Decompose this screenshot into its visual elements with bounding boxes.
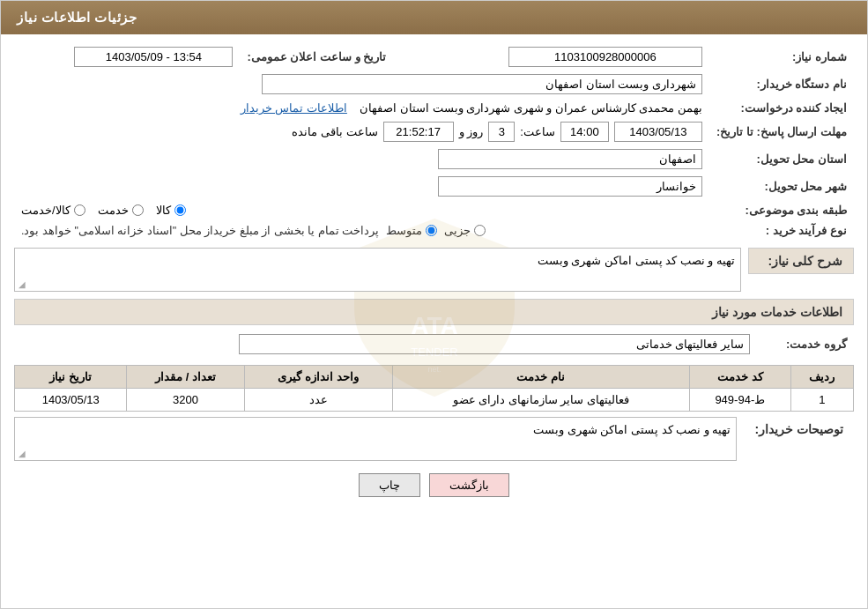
page-title: جزئیات اطلاعات نیاز bbox=[17, 10, 137, 25]
province-label: استان محل تحویل: bbox=[709, 145, 854, 173]
category-cell: کالا/خدمت خدمت کالا bbox=[14, 200, 709, 220]
date-time-cell: 1403/05/09 - 13:54 bbox=[14, 43, 240, 71]
row-unit: عدد bbox=[244, 389, 392, 412]
category-label: طبقه بندی موضوعی: bbox=[709, 200, 854, 220]
reply-time-label: ساعت: bbox=[520, 125, 555, 138]
reply-date-value: 1403/05/13 bbox=[614, 122, 702, 142]
need-number-value: 1103100928000006 bbox=[508, 47, 702, 67]
category-option-service-goods[interactable]: کالا/خدمت bbox=[21, 204, 85, 217]
city-label: شهر محل تحویل: bbox=[709, 173, 854, 200]
date-time-value: 1403/05/09 - 13:54 bbox=[74, 47, 233, 67]
city-value: خوانسار bbox=[438, 176, 702, 197]
category-radio-group: کالا/خدمت خدمت کالا bbox=[21, 204, 702, 217]
table-header-row: ردیف bbox=[790, 366, 853, 389]
print-button[interactable]: چاپ bbox=[359, 473, 420, 497]
need-number-label: شماره نیاز: bbox=[709, 43, 854, 71]
process-option-medium-label: متوسط bbox=[386, 224, 422, 237]
page-header: جزئیات اطلاعات نیاز bbox=[1, 1, 867, 34]
process-option-partial[interactable]: جزیی bbox=[444, 224, 486, 237]
buyer-org-value: شهرداری وبست استان اصفهان bbox=[262, 74, 702, 94]
reply-time-value: 14:00 bbox=[560, 122, 609, 142]
category-option-goods[interactable]: کالا bbox=[156, 204, 186, 217]
process-note: پرداخت تمام یا بخشی از مبلغ خریداز محل "… bbox=[21, 224, 379, 237]
service-info-title: اطلاعات خدمات مورد نیاز bbox=[14, 299, 854, 325]
buyer-desc-label: توصیحات خریدار: bbox=[744, 417, 854, 442]
buyer-desc-row: توصیحات خریدار: تهیه و نصب کد پستی اماکن… bbox=[14, 417, 854, 461]
table-header-qty: تعداد / مقدار bbox=[127, 366, 244, 389]
need-desc-box: تهیه و نصب کد پستی اماکن شهری وبست ◢ bbox=[14, 248, 741, 292]
buyer-org-cell: شهرداری وبست استان اصفهان bbox=[14, 71, 709, 98]
contact-link[interactable]: اطلاعات تماس خریدار bbox=[241, 101, 347, 115]
button-row: بازگشت چاپ bbox=[14, 473, 854, 497]
process-radio-medium[interactable] bbox=[426, 225, 437, 236]
reply-deadline-cell: ساعت باقی مانده 21:52:17 روز و 3 ساعت: 1… bbox=[14, 118, 709, 145]
process-label: نوع فرآیند خرید : bbox=[709, 220, 854, 241]
buyer-desc-value: تهیه و نصب کد پستی اماکن شهری وبست bbox=[533, 423, 731, 436]
creator-label: ایجاد کننده درخواست: bbox=[709, 98, 854, 118]
back-button[interactable]: بازگشت bbox=[429, 473, 509, 497]
info-table: شماره نیاز: 1103100928000006 تاریخ و ساع… bbox=[14, 43, 854, 241]
need-number-cell: 1103100928000006 bbox=[437, 43, 709, 71]
need-desc-container: تهیه و نصب کد پستی اماکن شهری وبست ◢ bbox=[14, 248, 741, 292]
category-option-service-goods-label: کالا/خدمت bbox=[21, 204, 70, 217]
reply-remaining-value: 21:52:17 bbox=[383, 122, 454, 142]
process-radio-partial[interactable] bbox=[474, 225, 486, 236]
table-header-name: نام خدمت bbox=[392, 366, 689, 389]
reply-days-value: 3 bbox=[488, 122, 515, 142]
creator-value: بهمن محمدی کارشناس عمران و شهری شهرداری … bbox=[360, 101, 702, 115]
table-header-date: تاریخ نیاز bbox=[15, 366, 127, 389]
row-name: فعالیتهای سایر سازمانهای دارای عضو bbox=[392, 389, 689, 412]
category-radio-goods[interactable] bbox=[174, 204, 186, 216]
buyer-desc-container-wrapper: تهیه و نصب کد پستی اماکن شهری وبست ◢ bbox=[14, 417, 737, 461]
reply-deadline-label: مهلت ارسال پاسخ: تا تاریخ: bbox=[709, 118, 854, 145]
buyer-desc-box: تهیه و نصب کد پستی اماکن شهری وبست ◢ bbox=[14, 417, 737, 461]
creator-cell: بهمن محمدی کارشناس عمران و شهری شهرداری … bbox=[14, 98, 709, 118]
process-option-partial-label: جزیی bbox=[444, 224, 471, 237]
services-data-table: ردیف کد خدمت نام خدمت واحد اندازه گیری ت… bbox=[14, 365, 854, 412]
table-row: 1 ط-94-949 فعالیتهای سایر سازمانهای دارا… bbox=[15, 389, 854, 412]
province-value: اصفهان bbox=[438, 149, 702, 169]
resize-handle-desc: ◢ bbox=[19, 279, 26, 289]
process-option-medium[interactable]: متوسط bbox=[386, 224, 437, 237]
service-group-value: سایر فعالیتهای خدماتی bbox=[239, 334, 750, 354]
resize-handle-buyer: ◢ bbox=[19, 449, 26, 458]
row-date: 1403/05/13 bbox=[15, 389, 127, 412]
need-desc-row: شرح کلی نیاز: تهیه و نصب کد پستی اماکن ش… bbox=[14, 248, 854, 292]
process-cell: پرداخت تمام یا بخشی از مبلغ خریداز محل "… bbox=[14, 220, 709, 241]
table-header-unit: واحد اندازه گیری bbox=[244, 366, 392, 389]
service-group-cell: سایر فعالیتهای خدماتی bbox=[14, 330, 757, 358]
reply-days-label: روز و bbox=[459, 125, 484, 138]
category-option-goods-label: کالا bbox=[156, 204, 171, 217]
service-group-label: گروه خدمت: bbox=[757, 330, 854, 358]
process-row: پرداخت تمام یا بخشی از مبلغ خریداز محل "… bbox=[21, 224, 702, 237]
service-group-table: گروه خدمت: سایر فعالیتهای خدماتی bbox=[14, 330, 854, 358]
reply-remaining-label: ساعت باقی مانده bbox=[292, 125, 377, 138]
row-code: ط-94-949 bbox=[690, 389, 791, 412]
city-cell: خوانسار bbox=[14, 173, 709, 200]
province-cell: اصفهان bbox=[14, 145, 709, 173]
category-option-service[interactable]: خدمت bbox=[98, 204, 144, 217]
page-wrapper: جزئیات اطلاعات نیاز ATA TENDER .net شمار… bbox=[0, 0, 868, 609]
date-time-label: تاریخ و ساعت اعلان عمومی: bbox=[240, 43, 393, 71]
table-header-code: کد خدمت bbox=[690, 366, 791, 389]
row-number: 1 bbox=[790, 389, 853, 412]
category-radio-service[interactable] bbox=[132, 204, 144, 216]
buyer-org-label: نام دستگاه خریدار: bbox=[709, 71, 854, 98]
need-desc-label: شرح کلی نیاز: bbox=[748, 248, 854, 274]
category-option-service-label: خدمت bbox=[98, 204, 129, 217]
need-desc-value: تهیه و نصب کد پستی اماکن شهری وبست bbox=[538, 254, 735, 267]
row-quantity: 3200 bbox=[127, 389, 244, 412]
category-radio-service-goods[interactable] bbox=[74, 204, 85, 216]
